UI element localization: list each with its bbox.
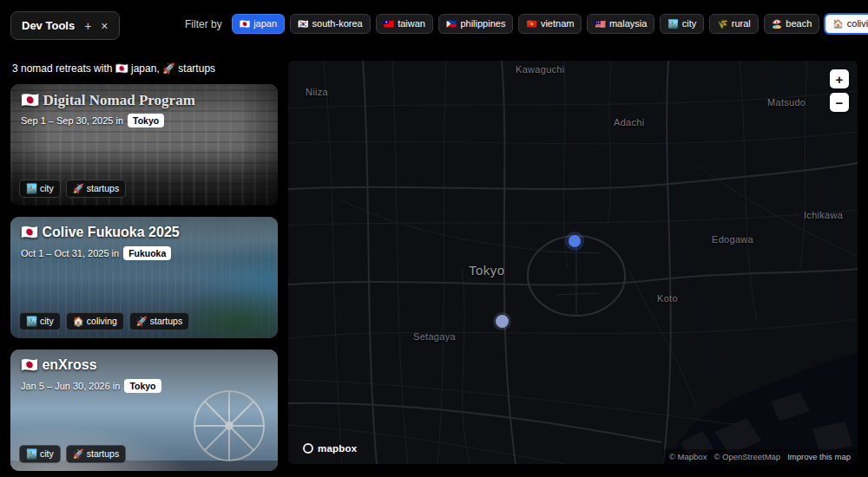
chip-label: city bbox=[682, 18, 697, 29]
chip-label: coliving bbox=[847, 18, 868, 29]
sheaf-icon: 🌾 bbox=[717, 19, 727, 29]
map-roads-graphic bbox=[288, 61, 858, 464]
malaysia-flag-icon: 🇲🇾 bbox=[595, 19, 605, 29]
vietnam-flag-icon: 🇻🇳 bbox=[526, 19, 536, 29]
filter-chip-south-korea[interactable]: 🇰🇷 south-korea bbox=[290, 14, 371, 34]
filter-chip-vietnam[interactable]: 🇻🇳 vietnam bbox=[518, 14, 582, 34]
app: Dev Tools + × Filter by 🇯🇵 japan 🇰🇷 sout… bbox=[0, 0, 868, 477]
filter-chip-japan[interactable]: 🇯🇵 japan bbox=[232, 14, 285, 34]
card-dates: Sep 1 – Sep 30, 2025 in Tokyo bbox=[21, 114, 164, 127]
chip-label: malaysia bbox=[609, 18, 647, 29]
date-range: Jan 5 – Jun 30, 2026 in bbox=[21, 381, 120, 391]
zoom-in-button[interactable]: + bbox=[830, 69, 849, 88]
results-sidebar: 3 nomad retreats with 🇯🇵 japan, 🚀 startu… bbox=[10, 61, 278, 477]
map-marker-tokyo-retreat[interactable] bbox=[569, 235, 581, 247]
filter-chip-malaysia[interactable]: 🇲🇾 malaysia bbox=[587, 14, 654, 34]
retreat-card-colive-fukuoka[interactable]: 🇯🇵 Colive Fukuoka 2025 Oct 1 – Oct 31, 2… bbox=[10, 217, 278, 338]
taiwan-flag-icon: 🇹🇼 bbox=[384, 19, 394, 29]
place-label-setagaya: Setagaya bbox=[413, 331, 456, 342]
location-badge: Tokyo bbox=[124, 379, 161, 393]
mapbox-logo-icon bbox=[303, 443, 313, 454]
chip-label: beach bbox=[786, 18, 812, 29]
card-tags: 🏙️ city 🏠 coliving 🚀 startups bbox=[19, 312, 189, 330]
place-label-adachi: Adachi bbox=[614, 117, 644, 127]
dev-tools-title: Dev Tools bbox=[22, 19, 75, 32]
filter-bar: Filter by 🇯🇵 japan 🇰🇷 south-korea 🇹🇼 tai… bbox=[185, 14, 862, 34]
map-attribution: © Mapbox © OpenStreetMap Improve this ma… bbox=[662, 449, 858, 464]
attribution-improve-link[interactable]: Improve this map bbox=[787, 452, 851, 461]
filter-chip-rural[interactable]: 🌾 rural bbox=[709, 14, 759, 34]
card-dates: Oct 1 – Oct 31, 2025 in Fukuoka bbox=[21, 246, 171, 260]
date-range: Sep 1 – Sep 30, 2025 in bbox=[21, 115, 123, 126]
chip-label: south-korea bbox=[312, 18, 363, 29]
philippines-flag-icon: 🇵🇭 bbox=[446, 19, 457, 29]
beach-icon: 🏖️ bbox=[772, 19, 782, 29]
location-badge: Fukuoka bbox=[123, 246, 171, 260]
place-label-edogawa: Edogawa bbox=[712, 234, 753, 245]
card-tags: 🏙️ city 🚀 startups bbox=[19, 445, 126, 463]
card-tags: 🏙️ city 🚀 startups bbox=[19, 180, 126, 198]
place-label-ichikawa: Ichikawa bbox=[804, 210, 843, 220]
chip-label: taiwan bbox=[398, 18, 425, 29]
date-range: Oct 1 – Oct 31, 2025 in bbox=[21, 248, 119, 258]
results-summary: 3 nomad retreats with 🇯🇵 japan, 🚀 startu… bbox=[12, 62, 278, 75]
dev-tools-panel[interactable]: Dev Tools + × bbox=[10, 11, 120, 40]
tag-city: 🏙️ city bbox=[19, 312, 61, 330]
mapbox-logo[interactable]: mapbox bbox=[297, 440, 365, 457]
filter-chip-philippines[interactable]: 🇵🇭 philippines bbox=[438, 14, 513, 34]
zoom-out-button[interactable]: − bbox=[830, 93, 849, 112]
place-label-kawaguchi: Kawaguchi bbox=[516, 64, 565, 75]
south-korea-flag-icon: 🇰🇷 bbox=[298, 19, 308, 29]
card-title: 🇯🇵 enXross bbox=[21, 356, 97, 373]
tag-coliving: 🏠 coliving bbox=[66, 312, 124, 330]
card-dates: Jan 5 – Jun 30, 2026 in Tokyo bbox=[21, 379, 161, 393]
cityscape-icon: 🏙️ bbox=[667, 19, 678, 29]
place-label-niiza: Niiza bbox=[306, 87, 328, 97]
zoom-controls: + − bbox=[830, 69, 849, 112]
close-tab-button[interactable]: × bbox=[101, 20, 108, 32]
tag-startups: 🚀 startups bbox=[129, 312, 189, 330]
filter-chip-taiwan[interactable]: 🇹🇼 taiwan bbox=[376, 14, 433, 34]
mapbox-logo-text: mapbox bbox=[318, 443, 357, 454]
tag-city: 🏙️ city bbox=[19, 180, 61, 198]
location-badge: Tokyo bbox=[128, 114, 164, 127]
filter-by-label: Filter by bbox=[185, 18, 222, 30]
map-marker-tokyo-retreat-2[interactable] bbox=[496, 315, 509, 328]
chip-label: philippines bbox=[460, 18, 505, 29]
chip-label: japan bbox=[253, 18, 277, 29]
tag-city: 🏙️ city bbox=[19, 445, 61, 463]
attribution-osm-link[interactable]: © OpenStreetMap bbox=[713, 452, 780, 461]
retreat-card-digital-nomad-program[interactable]: 🇯🇵 Digital Nomad Program Sep 1 – Sep 30,… bbox=[10, 84, 278, 206]
card-title: 🇯🇵 Digital Nomad Program bbox=[21, 91, 195, 109]
new-tab-button[interactable]: + bbox=[84, 20, 91, 32]
house-icon: 🏠 bbox=[832, 19, 843, 29]
place-label-matsudo: Matsudo bbox=[767, 97, 806, 108]
filter-chip-city[interactable]: 🏙️ city bbox=[660, 14, 704, 34]
place-label-tokyo: Tokyo bbox=[469, 263, 505, 278]
japan-flag-icon: 🇯🇵 bbox=[240, 19, 250, 29]
attribution-mapbox-link[interactable]: © Mapbox bbox=[669, 452, 707, 461]
tag-startups: 🚀 startups bbox=[66, 445, 126, 463]
tag-startups: 🚀 startups bbox=[66, 180, 126, 198]
place-label-koto: Koto bbox=[657, 293, 678, 304]
chip-label: vietnam bbox=[541, 18, 575, 29]
filter-chip-coliving[interactable]: 🏠 coliving bbox=[825, 14, 868, 34]
card-title: 🇯🇵 Colive Fukuoka 2025 bbox=[21, 224, 180, 240]
filter-chip-beach[interactable]: 🏖️ beach bbox=[764, 14, 819, 34]
map-canvas[interactable]: Kawaguchi Niiza Adachi Matsudo Ichikawa … bbox=[288, 61, 858, 464]
retreat-card-enxross[interactable]: 🇯🇵 enXross Jan 5 – Jun 30, 2026 in Tokyo… bbox=[10, 350, 278, 471]
chip-label: rural bbox=[732, 18, 751, 29]
